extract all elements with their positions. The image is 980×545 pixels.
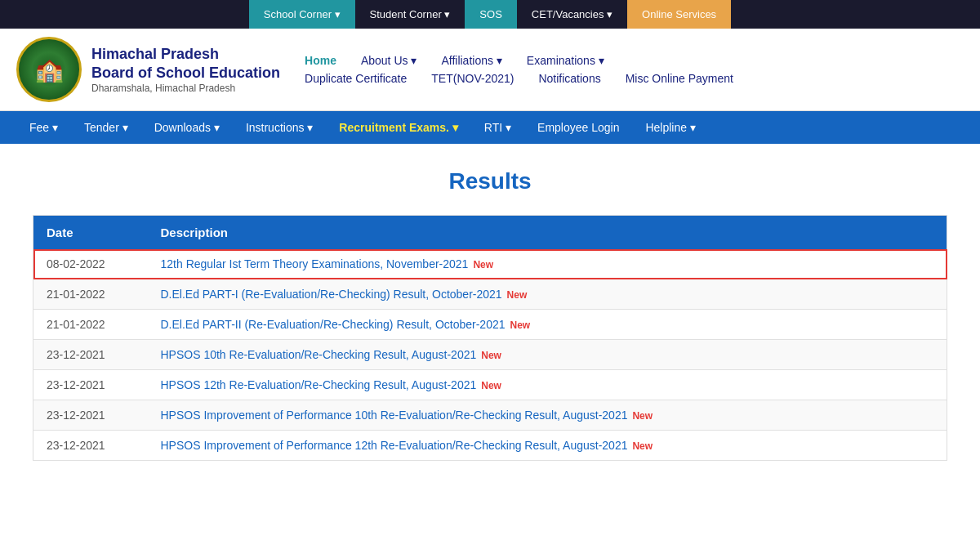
cell-date: 23-12-2021 — [33, 340, 148, 370]
main-nav-row1: Home About Us ▾ Affiliations ▾ Examinati… — [305, 54, 964, 67]
top-nav-cet-vacancies[interactable]: CET/Vacancies ▾ — [517, 0, 627, 29]
nav-downloads[interactable]: Downloads ▾ — [141, 111, 233, 144]
table-header: Date Description — [33, 216, 947, 250]
table-row[interactable]: 23-12-2021HPSOS 12th Re-Evaluation/Re-Ch… — [33, 370, 947, 400]
table-row[interactable]: 21-01-2022D.El.Ed PART-I (Re-Evaluation/… — [33, 279, 947, 310]
cell-description[interactable]: 12th Regular Ist Term Theory Examination… — [148, 249, 947, 279]
top-navigation: School Corner ▾ Student Corner ▾ SOS CET… — [0, 0, 980, 29]
nav-examinations[interactable]: Examinations ▾ — [527, 54, 604, 67]
result-link[interactable]: HPSOS 10th Re-Evaluation/Re-Checking Res… — [161, 348, 477, 361]
result-link[interactable]: HPSOS Improvement of Performance 10th Re… — [161, 409, 628, 422]
nav-notifications[interactable]: Notifications — [538, 72, 600, 85]
result-link[interactable]: D.El.Ed PART-I (Re-Evaluation/Re-Checkin… — [161, 288, 502, 301]
nav-affiliations[interactable]: Affiliations ▾ — [441, 54, 501, 67]
cell-description[interactable]: D.El.Ed PART-II (Re-Evaluation/Re-Checki… — [148, 310, 947, 340]
organization-logo — [16, 37, 82, 102]
new-badge: New — [473, 259, 493, 270]
cell-date: 21-01-2022 — [33, 279, 148, 310]
result-link[interactable]: D.El.Ed PART-II (Re-Evaluation/Re-Checki… — [161, 318, 506, 331]
org-subtitle: Dharamshala, Himachal Pradesh — [91, 83, 280, 94]
new-badge: New — [632, 440, 653, 452]
main-content: Results Date Description 08-02-202212th … — [0, 144, 980, 485]
new-badge: New — [481, 380, 501, 391]
new-badge: New — [510, 319, 531, 331]
table-row[interactable]: 08-02-202212th Regular Ist Term Theory E… — [33, 249, 947, 279]
nav-fee[interactable]: Fee ▾ — [16, 111, 71, 144]
site-header: Himachal Pradesh Board of School Educati… — [0, 29, 980, 111]
cell-date: 23-12-2021 — [33, 431, 148, 461]
cell-date: 21-01-2022 — [33, 310, 148, 340]
table-row[interactable]: 23-12-2021HPSOS Improvement of Performan… — [33, 400, 947, 431]
nav-tet[interactable]: TET(NOV-2021) — [431, 72, 514, 85]
result-link[interactable]: HPSOS 12th Re-Evaluation/Re-Checking Res… — [161, 378, 477, 391]
organization-name: Himachal Pradesh Board of School Educati… — [91, 45, 280, 95]
nav-tender[interactable]: Tender ▾ — [71, 111, 141, 144]
col-header-date: Date — [33, 216, 148, 250]
org-name-line1: Himachal Pradesh Board of School Educati… — [91, 45, 280, 83]
nav-about-us[interactable]: About Us ▾ — [361, 54, 416, 67]
new-badge: New — [481, 350, 501, 361]
cell-date: 23-12-2021 — [33, 400, 148, 431]
nav-recruitment-exams[interactable]: Recruitment Exams. ▾ — [326, 111, 471, 144]
table-row[interactable]: 23-12-2021HPSOS 10th Re-Evaluation/Re-Ch… — [33, 340, 947, 370]
top-nav-sos[interactable]: SOS — [465, 0, 516, 29]
cell-date: 08-02-2022 — [33, 249, 148, 279]
cell-date: 23-12-2021 — [33, 370, 148, 400]
cell-description[interactable]: HPSOS Improvement of Performance 10th Re… — [148, 400, 947, 431]
new-badge: New — [507, 289, 528, 301]
results-table: Date Description 08-02-202212th Regular … — [33, 215, 947, 461]
cell-description[interactable]: HPSOS 12th Re-Evaluation/Re-Checking Res… — [148, 370, 947, 400]
nav-helpline[interactable]: Helpline ▾ — [632, 111, 708, 144]
nav-instructions[interactable]: Instructions ▾ — [233, 111, 326, 144]
table-row[interactable]: 21-01-2022D.El.Ed PART-II (Re-Evaluation… — [33, 310, 947, 340]
cell-description[interactable]: HPSOS Improvement of Performance 12th Re… — [148, 431, 947, 461]
blue-navigation: Fee ▾ Tender ▾ Downloads ▾ Instructions … — [0, 111, 980, 144]
result-link[interactable]: 12th Regular Ist Term Theory Examination… — [161, 257, 469, 270]
results-title: Results — [33, 168, 947, 194]
logo-area: Himachal Pradesh Board of School Educati… — [16, 37, 280, 102]
result-link[interactable]: HPSOS Improvement of Performance 12th Re… — [161, 439, 628, 452]
nav-misc-online-payment[interactable]: Misc Online Payment — [626, 72, 733, 85]
table-row[interactable]: 23-12-2021HPSOS Improvement of Performan… — [33, 431, 947, 461]
main-navigation: Home About Us ▾ Affiliations ▾ Examinati… — [280, 54, 964, 85]
nav-rti[interactable]: RTI ▾ — [471, 111, 524, 144]
nav-home[interactable]: Home — [305, 54, 336, 67]
main-nav-row2: Duplicate Certificate TET(NOV-2021) Noti… — [305, 72, 964, 85]
top-nav-school-corner[interactable]: School Corner ▾ — [249, 0, 355, 29]
top-nav-online-services[interactable]: Online Services — [627, 0, 731, 29]
cell-description[interactable]: D.El.Ed PART-I (Re-Evaluation/Re-Checkin… — [148, 279, 947, 310]
new-badge: New — [632, 410, 653, 422]
table-body: 08-02-202212th Regular Ist Term Theory E… — [33, 249, 947, 461]
nav-employee-login[interactable]: Employee Login — [524, 111, 632, 144]
cell-description[interactable]: HPSOS 10th Re-Evaluation/Re-Checking Res… — [148, 340, 947, 370]
top-nav-student-corner[interactable]: Student Corner ▾ — [355, 0, 466, 29]
nav-duplicate-certificate[interactable]: Duplicate Certificate — [305, 72, 407, 85]
col-header-description: Description — [148, 216, 947, 250]
